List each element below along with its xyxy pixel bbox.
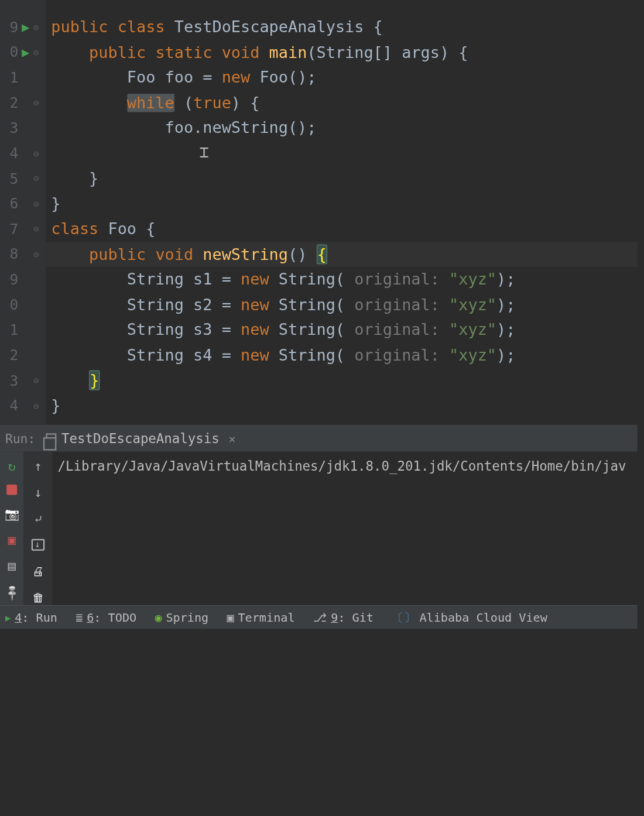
fold-icon[interactable]: ⊖ bbox=[30, 47, 42, 57]
code-line[interactable]: } bbox=[46, 393, 637, 418]
gutter-row[interactable]: 0▶⊖ bbox=[0, 40, 46, 65]
line-number: 1 bbox=[2, 322, 18, 338]
code-line[interactable]: String s3 = new String( original: "xyz")… bbox=[46, 317, 637, 342]
gutter-row[interactable]: 9▶⊖ bbox=[0, 15, 46, 40]
todo-icon bbox=[76, 611, 83, 625]
fold-icon[interactable]: ⊖ bbox=[30, 22, 42, 32]
bottom-bar-item[interactable]: 9: Git bbox=[313, 611, 374, 625]
gutter-row[interactable]: 1 bbox=[0, 317, 46, 342]
close-icon[interactable]: × bbox=[228, 432, 235, 446]
down-button[interactable] bbox=[30, 485, 46, 500]
code-line[interactable]: String s2 = new String( original: "xyz")… bbox=[46, 292, 637, 317]
code-line[interactable]: } bbox=[46, 191, 637, 216]
fold-icon[interactable]: ⊖ bbox=[30, 173, 42, 184]
fold-icon[interactable]: ⊖ bbox=[30, 249, 42, 259]
console-line: /Library/Java/JavaVirtualMachines/jdk1.8… bbox=[58, 458, 632, 474]
run-gutter-icon[interactable]: ▶ bbox=[22, 19, 29, 35]
run-tab-label[interactable]: TestDoEscapeAnalysis bbox=[61, 431, 220, 447]
gutter-row[interactable]: 4⊖ bbox=[0, 140, 46, 166]
fold-icon[interactable]: ⊖ bbox=[30, 98, 42, 108]
bottom-tool-bar: ▶4: Run6: TODOSpringTerminal9: Git〔〕Alib… bbox=[0, 605, 638, 629]
line-number: 4 bbox=[2, 145, 18, 162]
fold-icon[interactable]: ⊖ bbox=[30, 224, 42, 234]
line-number: 3 bbox=[2, 372, 18, 389]
code-line[interactable]: } bbox=[46, 166, 637, 191]
run-toolbar-secondary bbox=[23, 452, 52, 605]
run-toolbar-primary: ↻ bbox=[0, 452, 23, 605]
gutter-row[interactable]: 3 bbox=[0, 115, 46, 140]
up-button[interactable] bbox=[30, 458, 46, 474]
bottom-bar-label: 4: Run bbox=[15, 611, 57, 625]
clear-all-button[interactable] bbox=[30, 589, 46, 605]
bottom-bar-item[interactable]: Terminal bbox=[227, 611, 295, 625]
bottom-bar-label: Terminal bbox=[238, 611, 294, 625]
code-line[interactable]: String s4 = new String( original: "xyz")… bbox=[46, 342, 637, 368]
rerun-button[interactable]: ↻ bbox=[4, 458, 20, 474]
git-icon bbox=[313, 611, 327, 625]
code-line[interactable]: public void newString() { bbox=[46, 242, 637, 267]
bottom-bar-item[interactable]: ▶4: Run bbox=[5, 611, 57, 625]
fold-icon[interactable]: ⊖ bbox=[30, 148, 42, 159]
console-output[interactable]: /Library/Java/JavaVirtualMachines/jdk1.8… bbox=[53, 452, 638, 605]
editor-gutter: 9▶⊖0▶⊖12⊖34⊖5⊖6⊖7⊖8⊖90123⊖4⊖ bbox=[0, 0, 46, 425]
spring-icon bbox=[155, 611, 162, 625]
run-gutter-icon[interactable]: ▶ bbox=[22, 44, 29, 60]
code-line[interactable] bbox=[46, 140, 637, 166]
gutter-row[interactable]: 4⊖ bbox=[0, 393, 46, 418]
code-editor[interactable]: 9▶⊖0▶⊖12⊖34⊖5⊖6⊖7⊖8⊖90123⊖4⊖ ⌶ public cl… bbox=[0, 0, 638, 425]
code-line[interactable]: Foo foo = new Foo(); bbox=[46, 65, 637, 90]
gutter-row[interactable]: 6⊖ bbox=[0, 191, 46, 216]
line-number: 7 bbox=[2, 221, 18, 237]
fold-icon[interactable]: ⊖ bbox=[30, 400, 42, 411]
terminal-icon bbox=[227, 611, 234, 625]
run-panel-title: Run: bbox=[5, 431, 35, 446]
line-number: 9 bbox=[2, 271, 18, 287]
line-number: 2 bbox=[2, 95, 18, 111]
exit-button[interactable] bbox=[4, 532, 20, 547]
text-cursor-icon: ⌶ bbox=[199, 143, 210, 161]
bottom-bar-label: 6: TODO bbox=[87, 611, 136, 625]
print-button[interactable] bbox=[30, 563, 46, 579]
code-line[interactable]: String s1 = new String( original: "xyz")… bbox=[46, 267, 637, 292]
brackets-icon: 〔〕 bbox=[392, 609, 415, 625]
gutter-row[interactable]: 7⊖ bbox=[0, 217, 46, 242]
gutter-row[interactable]: 1 bbox=[0, 65, 46, 90]
line-number: 2 bbox=[2, 347, 18, 364]
line-number: 8 bbox=[2, 246, 18, 262]
dump-threads-button[interactable] bbox=[4, 506, 20, 522]
gutter-row[interactable]: 9 bbox=[0, 267, 46, 292]
line-number: 6 bbox=[2, 196, 18, 212]
run-config-icon bbox=[46, 433, 56, 444]
code-line[interactable]: foo.newString(); bbox=[46, 115, 637, 140]
gutter-row[interactable]: 3⊖ bbox=[0, 368, 46, 393]
scroll-to-end-button[interactable] bbox=[30, 537, 46, 553]
run-icon: ▶ bbox=[5, 612, 11, 623]
gutter-row[interactable]: 2 bbox=[0, 342, 46, 368]
stop-button[interactable] bbox=[6, 485, 17, 495]
gutter-row[interactable]: 8⊖ bbox=[0, 242, 46, 267]
gutter-row[interactable]: 2⊖ bbox=[0, 90, 46, 115]
soft-wrap-button[interactable] bbox=[30, 510, 46, 526]
line-number: 5 bbox=[2, 170, 18, 187]
bottom-bar-item[interactable]: 6: TODO bbox=[76, 611, 136, 625]
fold-icon[interactable]: ⊖ bbox=[30, 198, 42, 209]
layout-button[interactable] bbox=[4, 558, 20, 574]
bottom-bar-item[interactable]: 〔〕Alibaba Cloud View bbox=[392, 609, 547, 625]
code-line[interactable]: class Foo { bbox=[46, 217, 637, 242]
code-area[interactable]: ⌶ public class TestDoEscapeAnalysis { pu… bbox=[46, 0, 637, 425]
line-number: 9 bbox=[2, 19, 18, 35]
bottom-bar-label: 9: Git bbox=[331, 611, 374, 625]
line-number: 1 bbox=[2, 69, 18, 85]
bottom-bar-item[interactable]: Spring bbox=[155, 611, 209, 625]
code-line[interactable]: public static void main(String[] args) { bbox=[46, 40, 637, 65]
fold-icon[interactable]: ⊖ bbox=[30, 375, 42, 386]
pin-button[interactable] bbox=[4, 584, 20, 600]
line-number: 4 bbox=[2, 397, 18, 414]
gutter-row[interactable]: 5⊖ bbox=[0, 166, 46, 191]
gutter-row[interactable]: 0 bbox=[0, 292, 46, 317]
code-line[interactable]: while (true) { bbox=[46, 90, 637, 115]
line-number: 0 bbox=[2, 297, 18, 313]
code-line[interactable]: } bbox=[46, 368, 637, 393]
code-line[interactable]: public class TestDoEscapeAnalysis { bbox=[46, 15, 637, 40]
run-panel-header: Run: TestDoEscapeAnalysis × bbox=[0, 426, 638, 452]
